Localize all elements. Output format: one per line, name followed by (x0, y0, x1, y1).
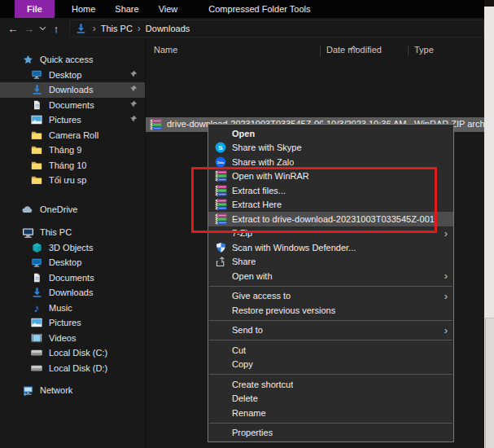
sidebar-item-label: Videos (49, 333, 76, 343)
sidebar-item-pictures[interactable]: Pictures (0, 315, 145, 331)
winrar-icon (214, 199, 227, 211)
sidebar-item-videos[interactable]: Videos (0, 331, 145, 346)
menu-item-restore-previous-versions[interactable]: Restore previous versions (208, 303, 453, 318)
sidebar-item-3d-objects[interactable]: 3D Objects (0, 240, 145, 256)
chevron-right-icon: › (93, 23, 96, 34)
tab-home[interactable]: Home (62, 0, 105, 18)
sidebar-item-local-disk-c[interactable]: Local Disk (C:) (0, 345, 145, 361)
menu-item-open[interactable]: Open (208, 126, 453, 141)
downloads-icon (75, 23, 88, 35)
document-icon (30, 99, 43, 111)
winrar-icon (214, 170, 227, 182)
menu-item-delete[interactable]: Delete (208, 392, 453, 406)
sidebar-item-label: Pictures (49, 115, 81, 125)
column-header-type[interactable]: Type (414, 45, 434, 55)
folder-icon (30, 129, 43, 141)
chevron-right-icon: › (138, 23, 141, 34)
sidebar-item-label: This PC (40, 227, 72, 237)
up-button[interactable]: ↑ (48, 24, 64, 34)
menu-item-rename[interactable]: Rename (208, 406, 453, 420)
folder-icon (30, 144, 43, 156)
sidebar-item-th-ng-9[interactable]: Tháng 9 (0, 143, 145, 158)
sidebar-item-documents[interactable]: Documents (0, 98, 145, 113)
sidebar-item-desktop[interactable]: Desktop (0, 255, 145, 270)
sidebar-item-local-disk-d[interactable]: Local Disk (D:) (0, 361, 145, 376)
navigation-pane: Quick access Desktop Downloads Documents… (0, 39, 145, 448)
sidebar-item-camera-roll[interactable]: Camera Roll (0, 128, 145, 143)
submenu-chevron-icon: › (444, 291, 448, 301)
sidebar-item-label: OneDrive (40, 204, 77, 214)
menu-item-label: Share with Zalo (232, 157, 294, 167)
sidebar-item-quick-access[interactable]: Quick access (0, 52, 145, 68)
menu-separator (209, 340, 452, 340)
menu-item-share-with-zalo[interactable]: Zalo Share with Zalo (208, 155, 453, 169)
column-header-name[interactable]: Name (154, 45, 177, 55)
sidebar-item-onedrive[interactable]: OneDrive (0, 202, 145, 217)
menu-item-extract-files[interactable]: Extract files... (208, 183, 453, 198)
sidebar-item-label: Tối ưu sp (49, 175, 87, 185)
menu-item-properties[interactable]: Properties (208, 426, 453, 441)
breadcrumb-downloads[interactable]: Downloads (146, 24, 190, 33)
menu-item-scan-with-windows-defender[interactable]: Scan with Windows Defender... (208, 240, 453, 255)
sidebar-item-this-pc[interactable]: This PC (0, 225, 145, 240)
svg-text:S: S (218, 144, 223, 152)
menu-item-share-with-skype[interactable]: S Share with Skype (208, 141, 453, 156)
sidebar-item-network[interactable]: Network (0, 383, 145, 398)
sidebar-item-desktop[interactable]: Desktop (0, 68, 145, 83)
sort-asc-icon (349, 39, 358, 54)
winrar-icon (214, 184, 227, 196)
submenu-chevron-icon: › (444, 270, 448, 281)
share-icon (214, 256, 227, 268)
tab-view[interactable]: View (149, 0, 188, 18)
sidebar-item-documents[interactable]: Documents (0, 270, 145, 286)
menu-item-open-with-winrar[interactable]: Open with WinRAR (208, 169, 453, 184)
menu-item-label: Open with WinRAR (232, 171, 309, 181)
menu-item-label: 7-Zip (232, 228, 252, 238)
tab-file[interactable]: File (15, 0, 55, 18)
back-button[interactable]: ← (5, 24, 21, 34)
desktop-icon (30, 68, 43, 81)
sidebar-item-music[interactable]: ♪ Music (0, 301, 145, 316)
sidebar-item-label: Tháng 9 (49, 145, 81, 155)
menu-item-label: Restore previous versions (232, 305, 335, 315)
menu-item-label: Share (232, 257, 256, 266)
sidebar-item-label: Documents (49, 273, 94, 283)
menu-item-copy[interactable]: Copy (208, 358, 453, 372)
sidebar-item-label: Downloads (49, 85, 93, 94)
menu-separator (209, 374, 452, 375)
pin-icon (129, 100, 138, 110)
menu-item-label: Properties (232, 428, 273, 437)
sidebar-item-downloads[interactable]: Downloads (0, 285, 145, 301)
skype-icon: S (214, 142, 227, 154)
sidebar-item-label: Downloads (49, 288, 93, 297)
sidebar-item-th-ng-10[interactable]: Tháng 10 (0, 158, 145, 173)
menu-item-7-zip[interactable]: 7-Zip › (208, 226, 453, 241)
forward-button[interactable]: → (21, 24, 37, 34)
column-divider[interactable] (320, 46, 321, 56)
column-divider[interactable] (408, 46, 409, 56)
menu-item-share[interactable]: Share (208, 255, 453, 270)
menu-item-give-access-to[interactable]: Give access to › (208, 289, 453, 304)
breadcrumb-this-pc[interactable]: This PC (101, 24, 133, 33)
menu-item-create-shortcut[interactable]: Create shortcut (208, 377, 453, 392)
menu-item-send-to[interactable]: Send to › (208, 323, 453, 338)
menu-item-cut[interactable]: Cut (208, 343, 453, 358)
menu-item-open-with[interactable]: Open with › (208, 269, 453, 283)
recent-locations-dropdown[interactable] (37, 26, 48, 31)
sidebar-item-pictures[interactable]: Pictures (0, 112, 145, 128)
address-bar[interactable]: › This PC › Downloads (69, 20, 484, 37)
tab-compressed-folder-tools[interactable]: Compressed Folder Tools (199, 0, 320, 18)
submenu-chevron-icon: › (444, 325, 448, 336)
tab-share[interactable]: Share (105, 0, 148, 18)
menu-item-extract-to-drive-download-20231003t033545z-001[interactable]: Extract to drive-download-20231003T03354… (208, 212, 453, 226)
sidebar-item-downloads[interactable]: Downloads (0, 82, 145, 98)
network-icon (21, 384, 34, 397)
sidebar-item-label: Pictures (49, 318, 81, 327)
menu-item-extract-here[interactable]: Extract Here (208, 198, 453, 213)
sidebar-item-t-i-u-sp[interactable]: Tối ưu sp (0, 173, 145, 188)
sidebar-item-label: 3D Objects (49, 243, 93, 253)
winrar-archive-icon (150, 119, 163, 130)
menu-separator (209, 423, 452, 424)
music-icon: ♪ (30, 301, 43, 314)
menu-item-label: Extract files... (232, 186, 286, 195)
